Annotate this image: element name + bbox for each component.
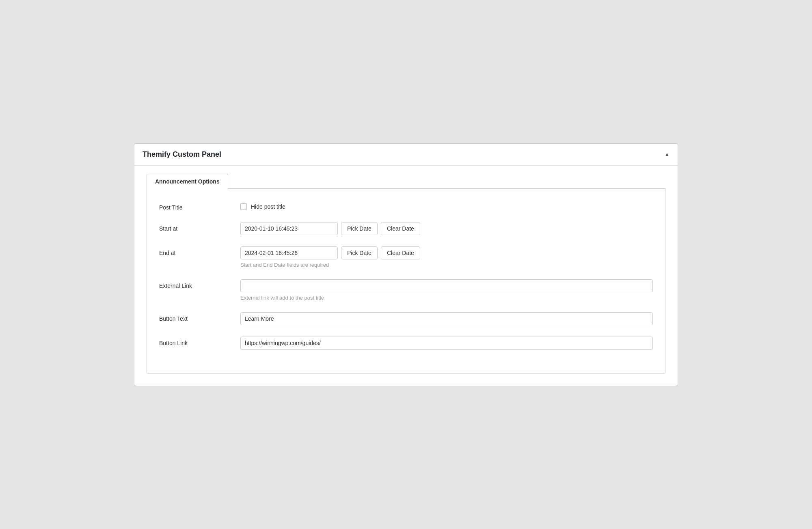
start-at-label: Start at <box>159 222 240 232</box>
end-at-control: Pick Date Clear Date Start and End Date … <box>240 246 653 268</box>
button-link-control <box>240 337 653 350</box>
panel-title: Themify Custom Panel <box>143 150 221 159</box>
end-at-clear-date-button[interactable]: Clear Date <box>381 246 420 259</box>
start-at-pick-date-button[interactable]: Pick Date <box>341 222 378 235</box>
start-at-input[interactable] <box>240 222 338 235</box>
end-at-label: End at <box>159 246 240 256</box>
tab-nav: Announcement Options <box>147 174 665 189</box>
button-link-row: Button Link <box>159 337 653 350</box>
panel-header: Themify Custom Panel ▲ <box>134 144 678 166</box>
panel-toggle-icon[interactable]: ▲ <box>665 151 669 157</box>
button-link-label: Button Link <box>159 337 240 346</box>
panel-body: Announcement Options Post Title Hide pos… <box>134 166 678 386</box>
hide-post-title-checkbox-label[interactable]: Hide post title <box>251 203 285 210</box>
post-title-row: Post Title Hide post title <box>159 201 653 211</box>
end-at-hint: Start and End Date fields are required <box>240 262 653 268</box>
post-title-control: Hide post title <box>240 201 653 210</box>
button-text-input[interactable] <box>240 312 653 325</box>
external-link-label: External Link <box>159 279 240 289</box>
button-text-label: Button Text <box>159 312 240 322</box>
button-text-row: Button Text <box>159 312 653 325</box>
end-at-control-row: Pick Date Clear Date <box>240 246 653 259</box>
external-link-hint: External link will add to the post title <box>240 295 653 301</box>
end-at-pick-date-button[interactable]: Pick Date <box>341 246 378 259</box>
start-at-control: Pick Date Clear Date <box>240 222 653 235</box>
hide-post-title-wrapper: Hide post title <box>240 201 653 210</box>
external-link-row: External Link External link will add to … <box>159 279 653 301</box>
button-text-control <box>240 312 653 325</box>
external-link-control: External link will add to the post title <box>240 279 653 301</box>
tab-content: Post Title Hide post title Start at Pick… <box>147 189 665 374</box>
end-at-input[interactable] <box>240 246 338 259</box>
button-link-input[interactable] <box>240 337 653 350</box>
post-title-label: Post Title <box>159 201 240 211</box>
start-at-row: Start at Pick Date Clear Date <box>159 222 653 235</box>
themify-custom-panel: Themify Custom Panel ▲ Announcement Opti… <box>134 143 678 386</box>
tab-announcement-options[interactable]: Announcement Options <box>147 174 228 189</box>
start-at-control-row: Pick Date Clear Date <box>240 222 653 235</box>
external-link-input[interactable] <box>240 279 653 292</box>
end-at-row: End at Pick Date Clear Date Start and En… <box>159 246 653 268</box>
start-at-clear-date-button[interactable]: Clear Date <box>381 222 420 235</box>
hide-post-title-checkbox[interactable] <box>240 203 247 210</box>
